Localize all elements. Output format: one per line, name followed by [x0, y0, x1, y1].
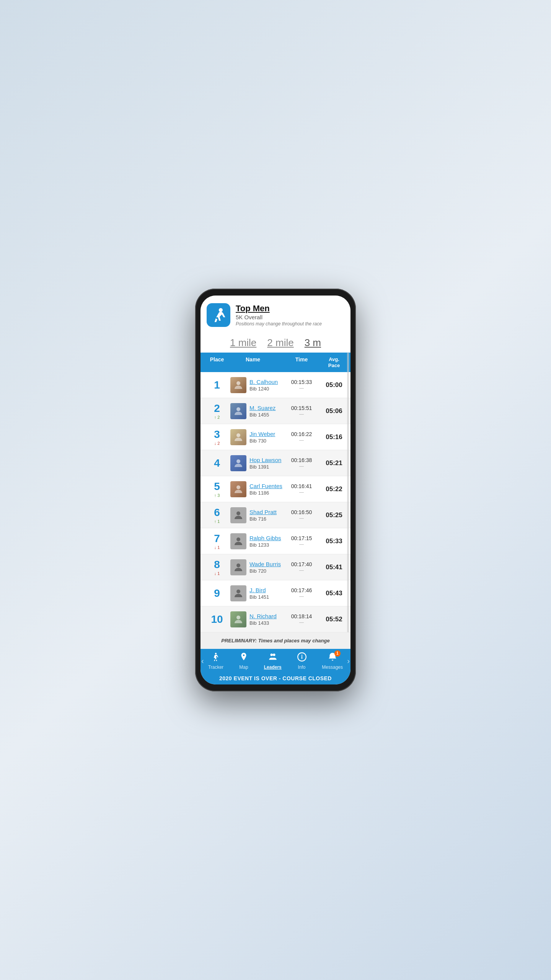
table-row[interactable]: 6 ↑ 1 Shad Pratt Bib 716 00:16:50 — 05:2…	[201, 502, 350, 528]
mile-2-btn[interactable]: 2 mile	[266, 337, 295, 349]
place-number: 5	[204, 480, 230, 493]
table-row[interactable]: 5 ↑ 3 Carl Fuentes Bib 1186 00:16:41 — 0…	[201, 476, 350, 502]
svg-point-9	[236, 590, 240, 593]
cell-place: 5 ↑ 3	[204, 480, 230, 498]
nav-messages[interactable]: 1 Messages	[319, 652, 346, 670]
col-name: Name	[230, 356, 282, 368]
runner-name: Ralph Gibbs	[249, 535, 281, 541]
place-change: ↓ 1	[204, 545, 230, 550]
runner-bib: Bib 720	[249, 568, 281, 574]
svg-point-3	[236, 433, 240, 437]
runner-bib: Bib 1433	[249, 620, 277, 626]
mile-3-btn[interactable]: 3 m	[303, 337, 323, 349]
time-dash: —	[282, 516, 321, 521]
cell-runner: Shad Pratt Bib 716	[230, 507, 282, 523]
time-dash: —	[282, 464, 321, 469]
table-row[interactable]: 10 N. Richard Bib 1433 00:18:14 — 05:52	[201, 606, 350, 632]
title-block: Top Men 5K Overall Positions may change …	[236, 304, 322, 327]
svg-point-12	[270, 653, 273, 656]
cell-runner: Hop Lawson Bib 1391	[230, 455, 282, 471]
runner-info: J. Bird Bib 1451	[249, 587, 269, 600]
runner-icon	[210, 307, 227, 323]
runner-avatar	[230, 585, 246, 601]
time-value: 00:18:14	[282, 613, 321, 619]
place-number: 9	[204, 587, 230, 599]
runner-info: Hop Lawson Bib 1391	[249, 457, 281, 470]
runner-avatar	[230, 533, 246, 549]
time-value: 00:16:50	[282, 509, 321, 515]
table-row[interactable]: 4 Hop Lawson Bib 1391 00:16:38 — 05:21	[201, 450, 350, 476]
nav-info[interactable]: Info	[294, 652, 310, 670]
cell-place: 8 ↓ 1	[204, 559, 230, 576]
cell-pace: 05:21	[321, 459, 347, 467]
runner-bib: Bib 1186	[249, 490, 282, 496]
place-change: ↑ 1	[204, 519, 230, 524]
table-row[interactable]: 1 B. Calhoun Bib 1240 00:15:33 — 05:00	[201, 372, 350, 398]
nav-leaders[interactable]: Leaders	[261, 652, 285, 670]
svg-point-0	[219, 308, 223, 312]
prelim-note: PRELIMINARY: Times and places may change	[201, 632, 350, 649]
table-row[interactable]: 2 ↑ 2 M. Suarez Bib 1455 00:15:51 — 05:0…	[201, 398, 350, 424]
svg-point-2	[236, 407, 240, 411]
time-value: 00:17:15	[282, 535, 321, 541]
place-change: ↓ 2	[204, 441, 230, 446]
info-icon	[297, 652, 307, 663]
cell-place: 7 ↓ 1	[204, 532, 230, 550]
table-header: Place Name Time Avg.Pace	[201, 353, 350, 372]
table-row[interactable]: 7 ↓ 1 Ralph Gibbs Bib 1233 00:17:15 — 05…	[201, 528, 350, 554]
svg-point-13	[273, 653, 276, 656]
cell-time: 00:16:22 —	[282, 431, 321, 443]
runner-avatar	[230, 611, 246, 627]
cell-pace: 05:06	[321, 407, 347, 415]
runner-info: Wade Burris Bib 720	[249, 561, 281, 574]
nav-map[interactable]: Map	[236, 652, 252, 670]
runner-name: Shad Pratt	[249, 509, 277, 515]
table-row[interactable]: 3 ↓ 2 Jin Weber Bib 730 00:16:22 — 05:16	[201, 424, 350, 450]
nav-right-arrow[interactable]: ›	[347, 656, 350, 665]
time-dash: —	[282, 568, 321, 573]
table-row[interactable]: 8 ↓ 1 Wade Burris Bib 720 00:17:40 — 05:…	[201, 554, 350, 580]
cell-pace: 05:52	[321, 616, 347, 623]
nav-tracker-label: Tracker	[208, 665, 223, 670]
runner-name: N. Richard	[249, 613, 277, 619]
runner-photo	[233, 431, 244, 443]
cell-pace: 05:22	[321, 485, 347, 493]
runner-photo	[233, 379, 244, 391]
cell-place: 4	[204, 457, 230, 469]
runner-avatar	[230, 403, 246, 419]
leaderboard-table: Place Name Time Avg.Pace 1 B. Calhoun Bi…	[201, 353, 350, 632]
nav-left-arrow[interactable]: ‹	[201, 656, 204, 665]
cell-time: 00:16:38 —	[282, 457, 321, 469]
cell-time: 00:17:15 —	[282, 535, 321, 547]
place-number: 2	[204, 402, 230, 415]
default-avatar	[233, 510, 244, 521]
cell-runner: Jin Weber Bib 730	[230, 429, 282, 445]
app-logo	[207, 303, 230, 327]
cell-runner: J. Bird Bib 1451	[230, 585, 282, 601]
nav-tracker[interactable]: Tracker	[205, 652, 227, 670]
default-avatar	[233, 562, 244, 573]
svg-point-11	[215, 653, 217, 654]
mile-1-btn[interactable]: 1 mile	[228, 337, 258, 349]
table-body: 1 B. Calhoun Bib 1240 00:15:33 — 05:00 2	[201, 372, 350, 632]
table-row[interactable]: 9 J. Bird Bib 1451 00:17:46 — 05:43	[201, 580, 350, 606]
cell-time: 00:16:41 —	[282, 483, 321, 495]
app-title: Top Men	[236, 304, 322, 314]
time-value: 00:15:51	[282, 405, 321, 411]
cell-time: 00:18:14 —	[282, 613, 321, 625]
cell-pace: 05:00	[321, 381, 347, 389]
cell-time: 00:16:50 —	[282, 509, 321, 521]
place-number: 10	[204, 613, 230, 626]
runner-name: Carl Fuentes	[249, 483, 282, 489]
time-dash: —	[282, 620, 321, 625]
time-dash: —	[282, 542, 321, 547]
nav-messages-label: Messages	[322, 665, 343, 670]
mile-selector: 1 mile 2 mile 3 m	[201, 332, 350, 353]
cell-pace: 05:33	[321, 537, 347, 545]
cell-time: 00:17:40 —	[282, 561, 321, 573]
cell-time: 00:15:51 —	[282, 405, 321, 417]
svg-point-5	[236, 485, 240, 489]
event-banner: 2020 EVENT IS OVER - COURSE CLOSED	[201, 672, 350, 684]
runner-bib: Bib 1233	[249, 542, 281, 548]
runner-name: B. Calhoun	[249, 379, 278, 385]
